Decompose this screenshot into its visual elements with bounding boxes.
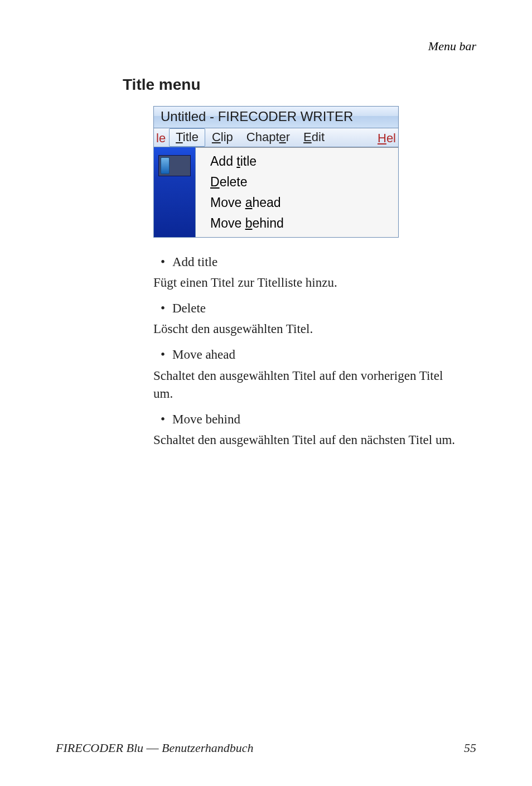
- menu-clip[interactable]: Clip: [205, 128, 240, 147]
- section-heading: Title menu: [123, 76, 476, 94]
- menu-edit-rest: dit: [312, 130, 325, 144]
- menuitem-add-title-pre: Add: [210, 154, 236, 168]
- footer-doc-title: FIRECODER Blu ― Benutzerhandbuch: [56, 741, 254, 755]
- bullet-delete-label: Delete: [172, 300, 206, 317]
- menu-edit[interactable]: Edit: [297, 128, 331, 147]
- menuitem-move-ahead[interactable]: Move ahead: [196, 192, 398, 213]
- menuitem-move-ahead-pre: Move: [210, 195, 245, 210]
- para-move-behind: Schaltet den ausgewählten Titel auf den …: [153, 431, 465, 449]
- screenshot-body: Add title Delete Move ahead Move behind: [153, 147, 399, 238]
- para-delete: Löscht den ausgewählten Titel.: [153, 320, 465, 338]
- page: Menu bar Title menu Untitled - FIRECODER…: [0, 0, 532, 786]
- menu-chapter[interactable]: Chapter: [240, 128, 297, 147]
- menuitem-move-ahead-post: head: [252, 195, 280, 210]
- menubar: le Title Clip Chapter Edit Hel: [153, 128, 399, 147]
- bullet-delete: • Delete: [153, 300, 465, 317]
- page-footer: FIRECODER Blu ― Benutzerhandbuch 55: [56, 741, 476, 755]
- bullet-add-title: • Add title: [153, 253, 465, 271]
- cutoff-right-rest: el: [386, 131, 396, 145]
- menu-items: Title Clip Chapter Edit: [169, 128, 331, 147]
- bullet-add-title-label: Add title: [172, 253, 217, 271]
- menu-clip-rest: lip: [221, 130, 233, 144]
- bullet-move-ahead-label: Move ahead: [172, 346, 235, 363]
- bullet-move-ahead: • Move ahead: [153, 346, 465, 363]
- menuitem-move-behind-post: ehind: [252, 216, 283, 230]
- footer-page-number: 55: [464, 741, 476, 755]
- screenshot: Untitled - FIRECODER WRITER le Title Cli…: [153, 106, 399, 238]
- content-block: Untitled - FIRECODER WRITER le Title Cli…: [153, 106, 465, 449]
- para-move-ahead: Schaltet den ausgewählten Titel auf den …: [153, 367, 465, 403]
- bullet-move-behind-label: Move behind: [172, 411, 240, 428]
- window-titlebar: Untitled - FIRECODER WRITER: [153, 106, 399, 128]
- menu-chapter-post: r: [286, 130, 290, 144]
- screenshot-sidebar: [154, 147, 196, 237]
- body-text: • Add title Fügt einen Titel zur Titelli…: [153, 253, 465, 449]
- cutoff-right-text: Hel: [375, 130, 398, 146]
- menuitem-delete-rest: elete: [220, 175, 248, 189]
- bullet-dot-icon: •: [153, 253, 172, 271]
- bullet-dot-icon: •: [153, 346, 172, 363]
- menuitem-add-title-post: itle: [240, 154, 257, 168]
- bullet-dot-icon: •: [153, 300, 172, 317]
- running-head: Menu bar: [89, 39, 476, 54]
- menu-title-rest: itle: [183, 130, 199, 144]
- menuitem-move-behind-pre: Move: [210, 216, 245, 230]
- title-dropdown-menu: Add title Delete Move ahead Move behind: [196, 147, 398, 237]
- bullet-move-behind: • Move behind: [153, 411, 465, 428]
- menu-title[interactable]: Title: [169, 128, 205, 147]
- menu-chapter-pre: Chapt: [246, 130, 279, 144]
- menuitem-move-behind[interactable]: Move behind: [196, 213, 398, 234]
- cutoff-left-text: le: [154, 130, 169, 146]
- para-add-title: Fügt einen Titel zur Titelliste hinzu.: [153, 274, 465, 292]
- thumbnail-playhead: [161, 157, 170, 174]
- bullet-dot-icon: •: [153, 411, 172, 428]
- sidebar-thumbnail: [158, 155, 191, 176]
- menuitem-delete[interactable]: Delete: [196, 172, 398, 192]
- menuitem-add-title[interactable]: Add title: [196, 151, 398, 172]
